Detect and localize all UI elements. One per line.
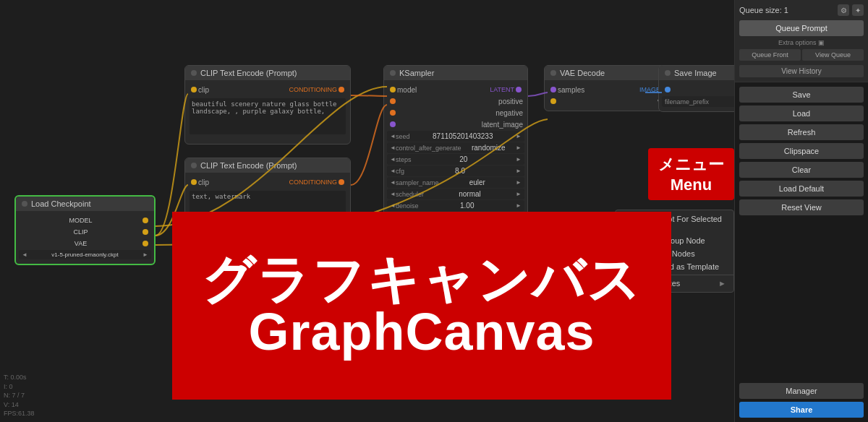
node-dot-clip2 (191, 163, 197, 168)
port-ksampler-latent-out (516, 87, 522, 92)
seed-arrow-right[interactable]: ► (516, 133, 522, 139)
queue-icons: ⚙ ✦ (838, 4, 864, 16)
node-dot-vae (550, 70, 556, 76)
node-title-checkpoint: Load Checkpoint (31, 199, 91, 208)
menu-english: Menu (658, 176, 724, 194)
share-button[interactable]: Share (739, 402, 864, 418)
node-load-checkpoint[interactable]: Load Checkpoint MODEL CLIP VAE ◄ v1-5-pr… (14, 195, 156, 265)
load-button[interactable]: Load (739, 106, 864, 121)
ksampler-positive-row: positive (384, 95, 527, 107)
node-row-clip: CLIP (16, 226, 154, 238)
cfg-value: 8.0 (404, 167, 516, 175)
queue-header: Queue size: 1 ⚙ ✦ (739, 4, 864, 16)
ksampler-seed-row[interactable]: ◄ seed 871105201403233 ► (387, 131, 524, 142)
stat-time: T: 0.00s (4, 373, 35, 382)
control-value: randomize (461, 144, 516, 152)
clip2-in-label: clip (198, 178, 209, 186)
node-clip1[interactable]: CLIP Text Encode (Prompt) clip CONDITION… (184, 65, 351, 145)
port-vae-vae-in (550, 98, 556, 104)
refresh-button[interactable]: Refresh (739, 124, 864, 140)
port-ksampler-negative-in (390, 110, 396, 116)
clip1-textarea[interactable]: beautiful scenery nature glass bottle la… (190, 98, 346, 134)
node-header-ksampler: KSampler (384, 66, 527, 80)
clip1-in-label: clip (198, 86, 209, 94)
reset-view-button[interactable]: Reset View (739, 199, 864, 215)
save-button[interactable]: Save (739, 87, 864, 103)
ksampler-denoise-row[interactable]: ◄ denoise 1.00 ► (387, 200, 524, 211)
ksampler-negative-row: negative (384, 107, 527, 119)
menu-japanese: メニュー (658, 154, 724, 176)
port-images-in (665, 87, 671, 92)
queue-settings-icon[interactable]: ⚙ (838, 4, 849, 16)
vae-image-label: IMAGE (639, 86, 660, 93)
stat-line3: V: 14 (4, 400, 35, 410)
clip2-row: clip CONDITIONING (185, 176, 350, 188)
node-ksampler[interactable]: KSampler model LATENT positive negative … (383, 65, 528, 216)
tab-queue-front[interactable]: Queue Front (739, 49, 801, 61)
tab-view-queue[interactable]: View Queue (802, 49, 864, 61)
ksampler-latent-row: latent_image (384, 119, 527, 130)
steps-value: 20 (411, 155, 516, 163)
node-dot (22, 201, 27, 207)
clip1-row: clip CONDITIONING (185, 84, 350, 95)
clipspace-button[interactable]: Clipspace (739, 143, 864, 159)
node-header-clip1: CLIP Text Encode (Prompt) (185, 66, 350, 80)
stat-line2: N: 7 / 7 (4, 391, 35, 400)
ckpt-arrow-right[interactable]: ► (142, 251, 148, 258)
node-title-vae: VAE Decode (560, 69, 605, 77)
clear-button[interactable]: Clear (739, 162, 864, 178)
ksampler-cfg-row[interactable]: ◄ cfg 8.0 ► (387, 165, 524, 176)
red-banner: グラフキャンバス GraphCanvas (172, 212, 671, 400)
sampler-value: euler (438, 178, 516, 186)
ckpt-name-row[interactable]: ◄ v1-5-pruned-emaonly.ckpt ► (19, 250, 151, 259)
port-samples-in (550, 87, 556, 92)
output-label-model: MODEL (69, 217, 92, 224)
node-row-vae: VAE (16, 238, 154, 249)
banner-japanese: グラフキャンバス (202, 254, 642, 306)
node-header-vae: VAE Decode (545, 66, 673, 80)
seed-arrow-left[interactable]: ◄ (390, 133, 396, 139)
denoise-value: 1.00 (418, 202, 516, 210)
clip1-out-label: CONDITIONING (289, 86, 338, 93)
queue-title: Queue size: 1 (739, 6, 788, 14)
port-clip2-in (191, 179, 197, 185)
action-buttons: Save Load Refresh Clipspace Clear Load D… (735, 82, 868, 220)
port-model-out (142, 218, 148, 223)
seed-value: 871105201403233 (409, 132, 516, 140)
port-ksampler-positive-in (390, 98, 396, 104)
node-vae-decode[interactable]: VAE Decode samples IMAGE vae (544, 65, 674, 111)
load-default-button[interactable]: Load Default (739, 181, 864, 197)
right-sidebar: Queue size: 1 ⚙ ✦ Queue Prompt Extra opt… (734, 0, 868, 422)
ksampler-steps-row[interactable]: ◄ steps 20 ► (387, 154, 524, 165)
clip2-textarea[interactable]: text, watermark (190, 191, 346, 212)
node-dot-clip1 (191, 70, 197, 76)
menu-label: メニュー Menu (648, 148, 734, 200)
vae-samples-row: samples IMAGE (545, 84, 673, 95)
view-history-button[interactable]: View History (739, 65, 864, 77)
ksampler-scheduler-row[interactable]: ◄ scheduler normal ► (387, 189, 524, 199)
ckpt-arrow-left[interactable]: ◄ (22, 251, 27, 258)
manager-button[interactable]: Manager (739, 383, 864, 399)
extra-options[interactable]: Extra options ▣ (739, 39, 864, 46)
port-conditioning1-out (339, 87, 344, 92)
port-ksampler-model-in (390, 87, 396, 92)
queue-badge-icon[interactable]: ✦ (852, 4, 864, 16)
ksampler-latent-label: LATENT (490, 86, 514, 93)
node-title-clip2: CLIP Text Encode (Prompt) (200, 161, 297, 170)
queue-prompt-button[interactable]: Queue Prompt (739, 20, 864, 36)
port-clip1-in (191, 87, 197, 92)
node-header-checkpoint: Load Checkpoint (16, 197, 154, 211)
stats-panel: T: 0.00s I: 0 N: 7 / 7 V: 14 FPS:61.38 (4, 373, 35, 418)
ksampler-model-row: model LATENT (384, 84, 527, 95)
output-label-clip: CLIP (73, 228, 88, 236)
queue-tabs: Queue Front View Queue (739, 49, 864, 61)
bottom-buttons: Manager Share (735, 379, 868, 422)
ksampler-control-row[interactable]: ◄ control_after_generate randomize ► (387, 142, 524, 153)
node-header-clip2: CLIP Text Encode (Prompt) (185, 158, 350, 173)
node-row-model: MODEL (16, 215, 154, 226)
node-dot-save (665, 70, 671, 76)
ksampler-sampler-row[interactable]: ◄ sampler_name euler ► (387, 177, 524, 188)
node-title-clip1: CLIP Text Encode (Prompt) (200, 69, 297, 77)
port-ksampler-latent-in (390, 121, 396, 127)
port-vae-out (142, 241, 148, 246)
